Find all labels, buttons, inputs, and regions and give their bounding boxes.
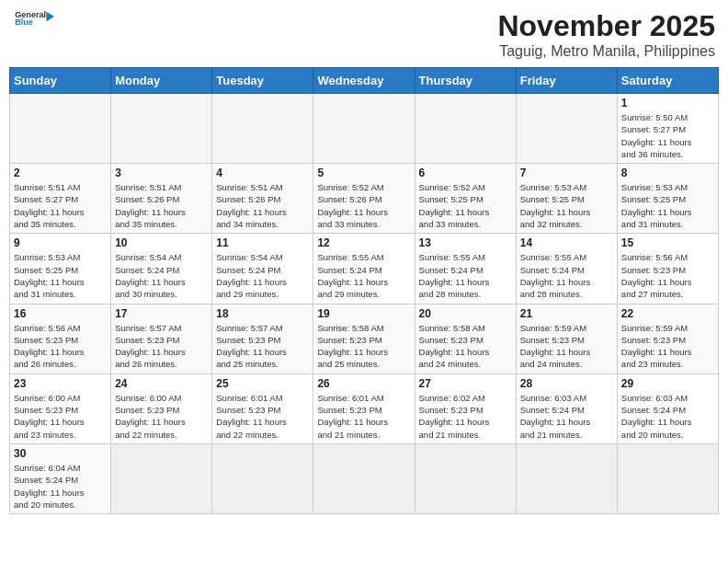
calendar-cell: 9Sunrise: 5:53 AM Sunset: 5:25 PM Daylig…	[10, 234, 111, 304]
day-number: 5	[317, 167, 410, 179]
calendar-cell	[516, 443, 617, 513]
weekday-header-row: SundayMondayTuesdayWednesdayThursdayFrid…	[10, 68, 719, 94]
calendar-cell: 3Sunrise: 5:51 AM Sunset: 5:26 PM Daylig…	[111, 164, 212, 234]
calendar-cell: 19Sunrise: 5:58 AM Sunset: 5:23 PM Dayli…	[313, 304, 415, 373]
day-info: Sunrise: 6:03 AM Sunset: 5:24 PM Dayligh…	[621, 392, 714, 441]
title-block: November 2025 Taguig, Metro Manila, Phil…	[497, 9, 715, 60]
weekday-header-thursday: Thursday	[415, 68, 516, 94]
day-number: 8	[621, 167, 714, 179]
page-header: General Blue November 2025 Taguig, Metro…	[9, 9, 719, 60]
day-number: 16	[14, 307, 107, 320]
calendar-cell: 25Sunrise: 6:01 AM Sunset: 5:23 PM Dayli…	[212, 373, 313, 443]
calendar-cell	[212, 443, 313, 513]
calendar-cell: 15Sunrise: 5:56 AM Sunset: 5:23 PM Dayli…	[617, 234, 718, 304]
day-info: Sunrise: 5:55 AM Sunset: 5:24 PM Dayligh…	[317, 251, 410, 300]
day-number: 4	[216, 167, 309, 179]
calendar-cell: 30Sunrise: 6:04 AM Sunset: 5:24 PM Dayli…	[10, 443, 111, 513]
day-number: 18	[216, 307, 309, 320]
day-number: 10	[115, 236, 208, 249]
calendar-week-row: 16Sunrise: 5:56 AM Sunset: 5:23 PM Dayli…	[10, 304, 719, 373]
logo: General Blue	[13, 9, 59, 28]
calendar-cell: 20Sunrise: 5:58 AM Sunset: 5:23 PM Dayli…	[415, 304, 516, 373]
calendar-cell: 11Sunrise: 5:54 AM Sunset: 5:24 PM Dayli…	[212, 234, 313, 304]
day-number: 20	[419, 307, 512, 320]
calendar-cell: 23Sunrise: 6:00 AM Sunset: 5:23 PM Dayli…	[10, 373, 111, 443]
day-info: Sunrise: 5:52 AM Sunset: 5:25 PM Dayligh…	[419, 181, 512, 230]
weekday-header-tuesday: Tuesday	[212, 68, 313, 94]
calendar-week-row: 30Sunrise: 6:04 AM Sunset: 5:24 PM Dayli…	[10, 443, 719, 513]
day-number: 21	[520, 307, 613, 320]
day-number: 23	[14, 377, 107, 390]
calendar-cell	[415, 94, 516, 164]
day-info: Sunrise: 5:57 AM Sunset: 5:23 PM Dayligh…	[216, 322, 309, 371]
month-title: November 2025	[497, 9, 715, 43]
day-info: Sunrise: 5:53 AM Sunset: 5:25 PM Dayligh…	[520, 181, 613, 230]
day-info: Sunrise: 6:02 AM Sunset: 5:23 PM Dayligh…	[419, 392, 512, 441]
day-number: 1	[621, 97, 714, 109]
day-number: 29	[621, 377, 714, 390]
day-number: 6	[419, 167, 512, 179]
day-info: Sunrise: 5:55 AM Sunset: 5:24 PM Dayligh…	[419, 251, 512, 300]
calendar-cell: 28Sunrise: 6:03 AM Sunset: 5:24 PM Dayli…	[516, 373, 617, 443]
weekday-header-monday: Monday	[111, 68, 212, 94]
day-info: Sunrise: 5:56 AM Sunset: 5:23 PM Dayligh…	[14, 322, 107, 371]
day-info: Sunrise: 6:03 AM Sunset: 5:24 PM Dayligh…	[520, 392, 613, 441]
day-info: Sunrise: 5:55 AM Sunset: 5:24 PM Dayligh…	[520, 251, 613, 300]
day-number: 27	[419, 377, 512, 390]
weekday-header-saturday: Saturday	[617, 68, 718, 94]
calendar-cell: 21Sunrise: 5:59 AM Sunset: 5:23 PM Dayli…	[516, 304, 617, 373]
day-number: 26	[317, 377, 410, 390]
day-info: Sunrise: 5:54 AM Sunset: 5:24 PM Dayligh…	[115, 251, 208, 300]
calendar-cell: 17Sunrise: 5:57 AM Sunset: 5:23 PM Dayli…	[111, 304, 212, 373]
calendar-cell: 18Sunrise: 5:57 AM Sunset: 5:23 PM Dayli…	[212, 304, 313, 373]
day-info: Sunrise: 5:53 AM Sunset: 5:25 PM Dayligh…	[621, 181, 714, 230]
day-number: 24	[115, 377, 208, 390]
calendar-cell	[212, 94, 313, 164]
calendar-week-row: 1Sunrise: 5:50 AM Sunset: 5:27 PM Daylig…	[10, 94, 719, 164]
day-info: Sunrise: 5:59 AM Sunset: 5:23 PM Dayligh…	[520, 322, 613, 371]
calendar-table: SundayMondayTuesdayWednesdayThursdayFrid…	[9, 67, 719, 514]
calendar-cell	[313, 443, 415, 513]
calendar-week-row: 9Sunrise: 5:53 AM Sunset: 5:25 PM Daylig…	[10, 234, 719, 304]
day-number: 12	[317, 236, 410, 249]
calendar-cell: 1Sunrise: 5:50 AM Sunset: 5:27 PM Daylig…	[617, 94, 718, 164]
day-info: Sunrise: 6:01 AM Sunset: 5:23 PM Dayligh…	[317, 392, 410, 441]
day-info: Sunrise: 5:51 AM Sunset: 5:26 PM Dayligh…	[216, 181, 309, 230]
day-info: Sunrise: 6:01 AM Sunset: 5:23 PM Dayligh…	[216, 392, 309, 441]
calendar-cell: 4Sunrise: 5:51 AM Sunset: 5:26 PM Daylig…	[212, 164, 313, 234]
calendar-cell: 14Sunrise: 5:55 AM Sunset: 5:24 PM Dayli…	[516, 234, 617, 304]
logo-svg: General Blue	[13, 9, 59, 28]
calendar-cell: 8Sunrise: 5:53 AM Sunset: 5:25 PM Daylig…	[617, 164, 718, 234]
calendar-cell: 13Sunrise: 5:55 AM Sunset: 5:24 PM Dayli…	[415, 234, 516, 304]
day-info: Sunrise: 6:04 AM Sunset: 5:24 PM Dayligh…	[14, 462, 107, 511]
calendar-week-row: 23Sunrise: 6:00 AM Sunset: 5:23 PM Dayli…	[10, 373, 719, 443]
calendar-cell	[617, 443, 718, 513]
calendar-cell: 26Sunrise: 6:01 AM Sunset: 5:23 PM Dayli…	[313, 373, 415, 443]
calendar-cell	[111, 94, 212, 164]
calendar-cell: 29Sunrise: 6:03 AM Sunset: 5:24 PM Dayli…	[617, 373, 718, 443]
day-number: 22	[621, 307, 714, 320]
day-number: 9	[14, 236, 107, 249]
day-info: Sunrise: 5:57 AM Sunset: 5:23 PM Dayligh…	[115, 322, 208, 371]
calendar-week-row: 2Sunrise: 5:51 AM Sunset: 5:27 PM Daylig…	[10, 164, 719, 234]
day-number: 7	[520, 167, 613, 179]
day-number: 17	[115, 307, 208, 320]
calendar-cell: 2Sunrise: 5:51 AM Sunset: 5:27 PM Daylig…	[10, 164, 111, 234]
day-info: Sunrise: 6:00 AM Sunset: 5:23 PM Dayligh…	[115, 392, 208, 441]
calendar-cell: 22Sunrise: 5:59 AM Sunset: 5:23 PM Dayli…	[617, 304, 718, 373]
weekday-header-friday: Friday	[516, 68, 617, 94]
day-number: 13	[419, 236, 512, 249]
day-info: Sunrise: 5:58 AM Sunset: 5:23 PM Dayligh…	[419, 322, 512, 371]
calendar-cell	[313, 94, 415, 164]
day-info: Sunrise: 5:52 AM Sunset: 5:26 PM Dayligh…	[317, 181, 410, 230]
day-number: 2	[14, 167, 107, 179]
weekday-header-wednesday: Wednesday	[313, 68, 415, 94]
day-info: Sunrise: 5:50 AM Sunset: 5:27 PM Dayligh…	[621, 111, 714, 160]
calendar-cell: 16Sunrise: 5:56 AM Sunset: 5:23 PM Dayli…	[10, 304, 111, 373]
calendar-cell: 10Sunrise: 5:54 AM Sunset: 5:24 PM Dayli…	[111, 234, 212, 304]
calendar-cell: 6Sunrise: 5:52 AM Sunset: 5:25 PM Daylig…	[415, 164, 516, 234]
weekday-header-sunday: Sunday	[10, 68, 111, 94]
day-number: 28	[520, 377, 613, 390]
day-number: 3	[115, 167, 208, 179]
calendar-cell: 12Sunrise: 5:55 AM Sunset: 5:24 PM Dayli…	[313, 234, 415, 304]
